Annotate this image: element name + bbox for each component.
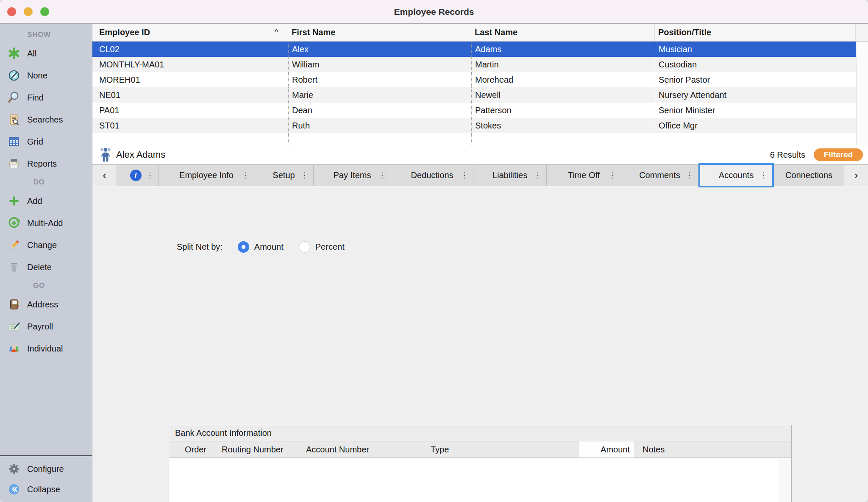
- title-bar: Employee Records: [0, 0, 868, 23]
- tabs-scroll-left-button[interactable]: ‹: [92, 165, 117, 186]
- tab-comments[interactable]: Comments ⋮: [621, 165, 698, 186]
- sidebar-item-label: Grid: [27, 137, 43, 147]
- sidebar-item-label: Individual: [27, 344, 63, 354]
- table-row[interactable]: MOREH01 Robert Morehead Senior Pastor: [92, 72, 868, 87]
- sidebar-item-none[interactable]: None: [0, 64, 92, 86]
- cell-employee-id: MONTHLY-MA01: [92, 57, 288, 72]
- sidebar-item-find[interactable]: Find: [0, 86, 92, 109]
- tab-accounts[interactable]: Accounts ⋮: [698, 163, 774, 187]
- cell-position-title: Nursery Attendant: [655, 87, 856, 103]
- cell-last-name: Morehead: [471, 72, 655, 87]
- column-header-last-name[interactable]: Last Name: [471, 24, 655, 41]
- gear-icon: [8, 463, 20, 475]
- tab-menu-icon[interactable]: ⋮: [242, 172, 249, 179]
- cell-employee-id: MOREH01: [92, 72, 288, 87]
- radio-percent[interactable]: [299, 241, 310, 253]
- cell-position-title: Senior Minister: [655, 103, 856, 118]
- column-header-first-name[interactable]: First Name: [288, 24, 471, 41]
- column-header-position-title[interactable]: Position/Title: [655, 24, 856, 41]
- tab-connections[interactable]: Connections: [774, 165, 844, 186]
- tab-menu-icon[interactable]: ⋮: [760, 172, 767, 179]
- prohibition-icon: [8, 69, 20, 82]
- cell-first-name: Marie: [288, 87, 471, 103]
- sidebar-item-label: Payroll: [27, 322, 53, 332]
- sort-ascending-icon: ^: [275, 28, 278, 37]
- tab-menu-icon[interactable]: ⋮: [461, 172, 468, 179]
- sidebar-item-configure[interactable]: Configure: [0, 459, 92, 479]
- sidebar-item-label: All: [27, 49, 36, 59]
- split-net-row: Split Net by: Amount Percent: [177, 240, 345, 254]
- sidebar-item-grid[interactable]: Grid: [0, 131, 92, 153]
- sidebar-item-multi-add[interactable]: Multi-Add: [0, 212, 92, 234]
- tab-menu-icon[interactable]: ⋮: [146, 172, 153, 179]
- tab-info[interactable]: i ⋮: [117, 165, 159, 186]
- payroll-person-icon: [100, 148, 111, 162]
- tab-setup[interactable]: Setup ⋮: [254, 165, 314, 186]
- radio-percent-label: Percent: [315, 242, 345, 252]
- printer-icon: [8, 157, 20, 170]
- cell-last-name: Stokes: [471, 118, 655, 133]
- tab-menu-icon[interactable]: ⋮: [378, 172, 386, 179]
- sidebar-item-collapse[interactable]: Collapse: [0, 479, 92, 499]
- tab-pay-items[interactable]: Pay Items ⋮: [314, 165, 391, 186]
- person-icon: [8, 342, 20, 355]
- magnifier-icon: [8, 91, 20, 104]
- employee-list-header: Employee ID ^ First Name Last Name Posit…: [92, 24, 868, 42]
- cell-first-name: Dean: [288, 103, 471, 118]
- column-header-employee-id[interactable]: Employee ID ^: [92, 24, 288, 41]
- sidebar-item-delete[interactable]: Delete: [0, 256, 92, 278]
- employee-list-body: CL02 Alex Adams Musician MONTHLY-MA01 Wi…: [92, 42, 868, 145]
- tab-menu-icon[interactable]: ⋮: [609, 172, 616, 179]
- bank-table-scrollbar[interactable]: [778, 459, 790, 502]
- tab-menu-icon[interactable]: ⋮: [301, 172, 308, 179]
- table-scrollbar[interactable]: [856, 42, 868, 145]
- table-row[interactable]: ST01 Ruth Stokes Office Mgr: [92, 118, 868, 133]
- cell-employee-id: NE01: [92, 87, 288, 103]
- cell-employee-id: PA01: [92, 103, 288, 118]
- sidebar-item-payroll[interactable]: Payroll: [0, 315, 92, 337]
- chevron-left-icon: ‹: [103, 169, 106, 182]
- cell-first-name: Robert: [288, 72, 471, 87]
- tab-menu-icon[interactable]: ⋮: [534, 172, 541, 179]
- bank-panel-title: Bank Account Information: [169, 425, 791, 441]
- info-icon: i: [130, 170, 142, 181]
- sidebar-item-reports[interactable]: Reports: [0, 153, 92, 175]
- tab-menu-icon[interactable]: ⋮: [686, 172, 693, 179]
- sidebar-item-label: Searches: [27, 115, 63, 125]
- table-row[interactable]: CL02 Alex Adams Musician: [92, 42, 868, 57]
- cell-first-name: Alex: [288, 42, 471, 57]
- radio-amount[interactable]: [238, 241, 249, 253]
- tab-liabilities[interactable]: Liabilities ⋮: [473, 165, 547, 186]
- cell-first-name: William: [288, 57, 471, 72]
- sidebar-item-add[interactable]: Add: [0, 190, 92, 212]
- tabs-scroll-right-button[interactable]: ›: [844, 165, 868, 186]
- record-name: Alex Adams: [116, 149, 165, 160]
- sidebar: SHOW All None Find Searches: [0, 23, 92, 502]
- sidebar-item-searches[interactable]: Searches: [0, 109, 92, 131]
- grid-icon: [8, 135, 20, 148]
- filtered-badge[interactable]: Filtered: [814, 148, 863, 161]
- sidebar-item-individual[interactable]: Individual: [0, 337, 92, 360]
- sidebar-section-show: SHOW: [0, 27, 78, 42]
- sidebar-item-label: Add: [27, 196, 42, 206]
- bank-table-header: Order Routing Number Account Number Type…: [169, 441, 791, 458]
- cell-last-name: Adams: [471, 42, 655, 57]
- cell-last-name: Martin: [471, 57, 655, 72]
- sidebar-item-change[interactable]: Change: [0, 234, 92, 256]
- sidebar-item-label: Address: [27, 300, 58, 310]
- tab-time-off[interactable]: Time Off ⋮: [547, 165, 621, 186]
- sidebar-item-label: Reports: [27, 159, 57, 169]
- sidebar-item-label: Change: [27, 240, 57, 250]
- bank-column-account-number: Account Number: [306, 445, 369, 455]
- tab-deductions[interactable]: Deductions ⋮: [391, 165, 473, 186]
- table-row[interactable]: NE01 Marie Newell Nursery Attendant: [92, 87, 868, 103]
- cell-position-title: Office Mgr: [655, 118, 856, 133]
- table-row[interactable]: PA01 Dean Patterson Senior Minister: [92, 103, 868, 118]
- pencil-icon: [8, 239, 20, 251]
- sidebar-item-all[interactable]: All: [0, 42, 92, 64]
- multi-add-icon: [8, 217, 20, 229]
- table-row[interactable]: MONTHLY-MA01 William Martin Custodian: [92, 57, 868, 72]
- split-net-label: Split Net by:: [177, 242, 223, 252]
- sidebar-item-address[interactable]: Address: [0, 293, 92, 315]
- tab-employee-info[interactable]: Employee Info ⋮: [159, 165, 254, 186]
